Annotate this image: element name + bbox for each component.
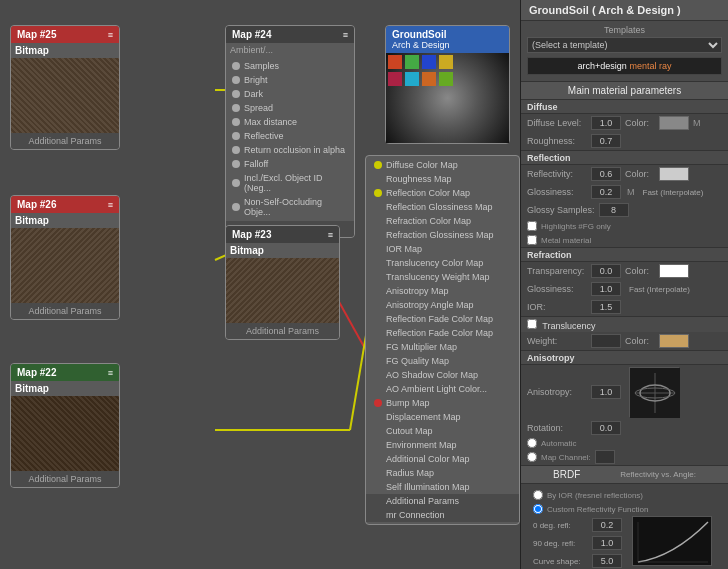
refraction-section-header: Refraction: [521, 247, 728, 262]
anisotropy-preview: [629, 367, 679, 417]
refr-glossiness-input[interactable]: [591, 282, 621, 296]
highlights-fg-checkbox[interactable]: [527, 221, 537, 231]
reflectivity-row: Reflectivity: Color:: [521, 165, 728, 183]
transparency-input[interactable]: [591, 264, 621, 278]
dot-refraction-color: [374, 217, 382, 225]
dot-additional-color: [374, 455, 382, 463]
map-item-translucency-weight: Translucency Weight Map: [366, 270, 519, 284]
node-menu-icon5[interactable]: ≡: [328, 230, 333, 240]
reflectivity-input[interactable]: [591, 167, 621, 181]
panel-title: GroundSoil ( Arch & Design ): [521, 0, 728, 21]
dot-ior: [374, 245, 382, 253]
node-menu-icon3[interactable]: ≡: [108, 368, 113, 378]
dot-translucency-weight: [374, 273, 382, 281]
diffuse-level-input[interactable]: [591, 116, 621, 130]
node-groundsoil: GroundSoil Arch & Design: [385, 25, 510, 144]
map-item-mr-connection[interactable]: mr Connection: [366, 508, 519, 522]
list-item-bright: Bright: [226, 73, 354, 87]
translucency-checkbox[interactable]: [527, 319, 537, 329]
roughness-input[interactable]: [591, 134, 621, 148]
map-item-environment: Environment Map: [366, 438, 519, 452]
node-map24-list: Samples Bright Dark Spread Max distance …: [226, 57, 354, 221]
map-item-refraction-color: Refraction Color Map: [366, 214, 519, 228]
template-dropdown[interactable]: (Select a template): [527, 37, 722, 53]
metal-checkbox[interactable]: [527, 235, 537, 245]
by-ior-radio[interactable]: [533, 490, 543, 500]
list-item-samples: Samples: [226, 59, 354, 73]
diffuse-color-swatch[interactable]: [659, 116, 689, 130]
brdf-chart: [632, 516, 712, 566]
dot-fg-multiplier: [374, 343, 382, 351]
transparency-row: Transparency: Color:: [521, 262, 728, 280]
node-menu-icon4[interactable]: ≡: [343, 30, 348, 40]
deg90-input[interactable]: [592, 536, 622, 550]
rotation-input[interactable]: [591, 421, 621, 435]
dot-reflection-color: [374, 189, 382, 197]
node-map23-thumbnail: [226, 258, 339, 323]
map-channel-radio[interactable]: [527, 452, 537, 462]
node-map25-header: Map #25 ≡: [11, 26, 119, 43]
dot-additional-params: [374, 497, 382, 505]
refraction-color-swatch[interactable]: [659, 264, 689, 278]
glossy-samples-input[interactable]: [599, 203, 629, 217]
node-map24-subtitle: Ambient/...: [230, 45, 273, 55]
svg-rect-10: [633, 517, 712, 566]
custom-radio[interactable]: [533, 504, 543, 514]
node-editor[interactable]: Map #25 ≡ Bitmap Additional Params Map #…: [0, 0, 520, 569]
node-map26-subtitle: Bitmap: [15, 215, 49, 226]
ior-row: IOR:: [521, 298, 728, 316]
list-item-reflective: Reflective: [226, 129, 354, 143]
brdf-params-area: 0 deg. refl: 90 deg. refl: Curve shape: …: [527, 516, 722, 569]
map-item-self-illum: Self Illumination Map: [366, 480, 519, 494]
map-item-radius: Radius Map: [366, 466, 519, 480]
node-map23-footer[interactable]: Additional Params: [226, 323, 339, 339]
node-menu-icon2[interactable]: ≡: [108, 200, 113, 210]
node-map25-footer[interactable]: Additional Params: [11, 133, 119, 149]
diffuse-level-row: Diffuse Level: Color: M: [521, 114, 728, 132]
curve-input[interactable]: [592, 554, 622, 568]
node-map25: Map #25 ≡ Bitmap Additional Params: [10, 25, 120, 150]
list-item-return: Return occlusion in alpha: [226, 143, 354, 157]
translucency-weight-input[interactable]: [591, 334, 621, 348]
glossiness-input[interactable]: [591, 185, 621, 199]
dot-roughness: [374, 175, 382, 183]
node-map23-header: Map #23 ≡: [226, 226, 339, 243]
automatic-radio[interactable]: [527, 438, 537, 448]
translucency-color-swatch[interactable]: [659, 334, 689, 348]
curve-row: Curve shape:: [527, 552, 628, 569]
map-item-reflection-color: Reflection Color Map: [366, 186, 519, 200]
map-channel-row: Map Channel:: [521, 449, 728, 465]
dot-radius: [374, 469, 382, 477]
brdf-content: By IOR (fresnel reflections) Custom Refl…: [521, 484, 728, 569]
node-groundsoil-preview: [386, 53, 509, 143]
diffuse-m-label: M: [693, 118, 701, 128]
map-item-ior: IOR Map: [366, 242, 519, 256]
roughness-row: Roughness:: [521, 132, 728, 150]
mental-ray-text: mental ray: [629, 61, 671, 71]
map-item-diffuse-color: Diffuse Color Map: [366, 158, 519, 172]
node-map26-header: Map #26 ≡: [11, 196, 119, 213]
dot-ao-ambient: [374, 385, 382, 393]
dot-ao-shadow: [374, 371, 382, 379]
by-ior-row: By IOR (fresnel reflections): [527, 488, 722, 502]
node-menu-icon[interactable]: ≡: [108, 30, 113, 40]
node-map26-footer[interactable]: Additional Params: [11, 303, 119, 319]
map-channel-input[interactable]: [595, 450, 615, 464]
templates-area: Templates (Select a template) arch+desig…: [521, 21, 728, 82]
anisotropy-input[interactable]: [591, 385, 621, 399]
map-item-cutout: Cutout Map: [366, 424, 519, 438]
reflection-color-swatch[interactable]: [659, 167, 689, 181]
diffuse-section-header: Diffuse: [521, 100, 728, 114]
deg0-input[interactable]: [592, 518, 622, 532]
map-item-refraction-gloss: Refraction Glossiness Map: [366, 228, 519, 242]
dot-bump: [374, 399, 382, 407]
node-map24: Map #24 ≡ Ambient/... Samples Bright Dar…: [225, 25, 355, 238]
dot-diffuse-color: [374, 161, 382, 169]
map-item-ao-shadow: AO Shadow Color Map: [366, 368, 519, 382]
map-item-additional-params[interactable]: Additional Params: [366, 494, 519, 508]
node-map23: Map #23 ≡ Bitmap Additional Params: [225, 225, 340, 340]
refr-fast-interp: Fast (Interpolate): [629, 285, 690, 294]
list-item-dark: Dark: [226, 87, 354, 101]
node-map22-footer[interactable]: Additional Params: [11, 471, 119, 487]
ior-input[interactable]: [591, 300, 621, 314]
